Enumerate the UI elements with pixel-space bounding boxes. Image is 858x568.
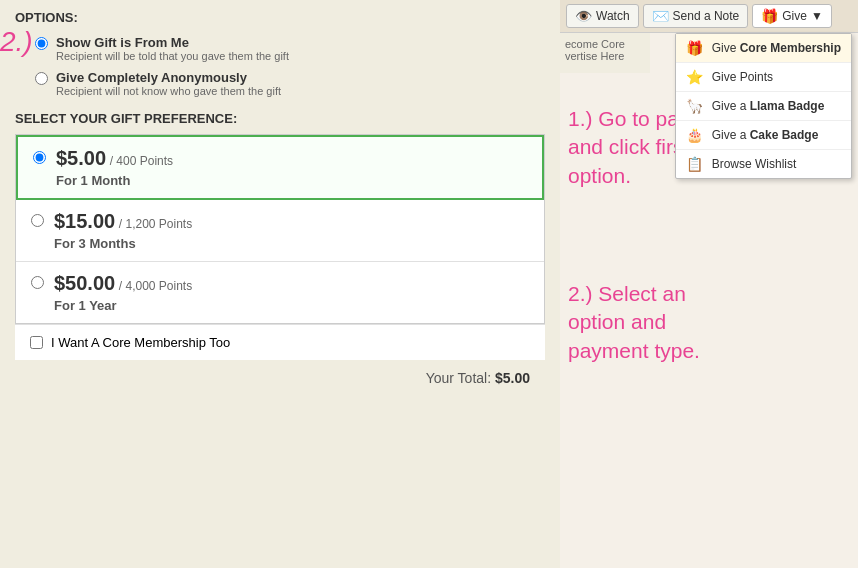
- step2-text: 2.) Select anoption andpayment type.: [568, 282, 700, 362]
- gift-option-1-price-row: $5.00 / 400 Points: [56, 147, 173, 170]
- send-note-icon: ✉️: [652, 8, 669, 24]
- dropdown-give-llama[interactable]: 🦙 Give a Llama Badge: [676, 92, 851, 121]
- total-amount: $5.00: [495, 370, 530, 386]
- anonymous-option-row: Give Completely Anonymously Recipient wi…: [35, 70, 545, 97]
- wishlist-row[interactable]: I Want A Core Membership Too: [15, 324, 545, 360]
- anonymous-desc: Recipient will not know who gave them th…: [56, 85, 281, 97]
- give-points-label: Give Points: [712, 70, 773, 84]
- wishlist-label: I Want A Core Membership Too: [51, 335, 230, 350]
- anonymous-radio[interactable]: [35, 72, 48, 85]
- gift-radio-3[interactable]: [31, 276, 44, 289]
- gift-option-2[interactable]: $15.00 / 1,200 Points For 3 Months: [16, 200, 544, 262]
- browse-wishlist-icon: 📋: [686, 156, 704, 172]
- give-button[interactable]: 🎁 Give ▼: [752, 4, 832, 28]
- give-label: Give: [782, 9, 807, 23]
- step2-annotation: 2.) Select anoption andpayment type.: [568, 280, 700, 365]
- dropdown-give-points[interactable]: ⭐ Give Points: [676, 63, 851, 92]
- send-note-label: Send a Note: [673, 9, 740, 23]
- browse-wishlist-label: Browse Wishlist: [712, 157, 797, 171]
- gift-option-1-details: $5.00 / 400 Points For 1 Month: [56, 147, 173, 188]
- gift-option-1[interactable]: $5.00 / 400 Points For 1 Month: [16, 135, 544, 200]
- gift-duration-3: For 1 Year: [54, 298, 192, 313]
- gift-duration-2: For 3 Months: [54, 236, 192, 251]
- gift-points-1: / 400 Points: [110, 154, 173, 168]
- gift-radio-1[interactable]: [33, 151, 46, 164]
- gift-duration-1: For 1 Month: [56, 173, 173, 188]
- watch-icon: 👁️: [575, 8, 592, 24]
- gift-price-3: $50.00: [54, 272, 115, 294]
- gift-radio-2[interactable]: [31, 214, 44, 227]
- dropdown-give-core[interactable]: 🎁 Give Core Membership: [676, 34, 851, 63]
- give-llama-label: Give a Llama Badge: [712, 99, 825, 113]
- gift-price-1: $5.00: [56, 147, 106, 169]
- gift-option-2-details: $15.00 / 1,200 Points For 3 Months: [54, 210, 192, 251]
- give-icon: 🎁: [761, 8, 778, 24]
- show-gift-label: Show Gift is From Me: [56, 35, 289, 50]
- show-gift-radio[interactable]: [35, 37, 48, 50]
- gift-option-2-price-row: $15.00 / 1,200 Points: [54, 210, 192, 233]
- options-heading: OPTIONS:: [15, 10, 545, 25]
- total-label: Your Total:: [426, 370, 491, 386]
- anonymous-label: Give Completely Anonymously: [56, 70, 281, 85]
- gift-option-3-details: $50.00 / 4,000 Points For 1 Year: [54, 272, 192, 313]
- give-cake-icon: 🎂: [686, 127, 704, 143]
- become-core-snippet: ecome Corevertise Here: [560, 33, 650, 73]
- gift-option-3-price-row: $50.00 / 4,000 Points: [54, 272, 192, 295]
- top-bar: 👁️ Watch ✉️ Send a Note 🎁 Give ▼: [560, 0, 858, 33]
- watch-label: Watch: [596, 9, 630, 23]
- give-points-icon: ⭐: [686, 69, 704, 85]
- gift-price-2: $15.00: [54, 210, 115, 232]
- watch-button[interactable]: 👁️ Watch: [566, 4, 639, 28]
- give-chevron-icon: ▼: [811, 9, 823, 23]
- gift-points-3: / 4,000 Points: [119, 279, 192, 293]
- gift-options-container: $5.00 / 400 Points For 1 Month $15.00 / …: [15, 134, 545, 324]
- left-panel: OPTIONS: 2.) Show Gift is From Me Recipi…: [0, 0, 560, 568]
- wishlist-checkbox[interactable]: [30, 336, 43, 349]
- send-note-button[interactable]: ✉️ Send a Note: [643, 4, 749, 28]
- show-gift-desc: Recipient will be told that you gave the…: [56, 50, 289, 62]
- gift-option-3[interactable]: $50.00 / 4,000 Points For 1 Year: [16, 262, 544, 323]
- total-row: Your Total: $5.00: [15, 360, 545, 396]
- give-core-label: Give Core Membership: [712, 41, 841, 55]
- give-cake-label: Give a Cake Badge: [712, 128, 819, 142]
- give-core-icon: 🎁: [686, 40, 704, 56]
- right-panel: 👁️ Watch ✉️ Send a Note 🎁 Give ▼ ecome C…: [560, 0, 858, 568]
- dropdown-give-cake[interactable]: 🎂 Give a Cake Badge: [676, 121, 851, 150]
- gift-pref-heading: SELECT YOUR GIFT PREFERENCE:: [15, 111, 545, 126]
- dropdown-browse-wishlist[interactable]: 📋 Browse Wishlist: [676, 150, 851, 178]
- give-llama-icon: 🦙: [686, 98, 704, 114]
- show-gift-option-row: Show Gift is From Me Recipient will be t…: [35, 35, 545, 62]
- gift-points-2: / 1,200 Points: [119, 217, 192, 231]
- dropdown-menu: 🎁 Give Core Membership ⭐ Give Points 🦙 G…: [675, 33, 852, 179]
- step2-annotation-left: 2.): [0, 26, 33, 58]
- become-core-text: ecome Corevertise Here: [565, 38, 625, 62]
